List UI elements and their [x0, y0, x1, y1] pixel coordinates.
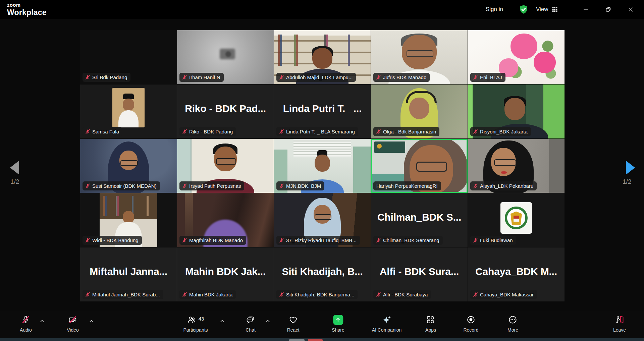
- mic-muted-icon: [21, 315, 31, 324]
- mic-muted-icon: [182, 292, 187, 297]
- participants-options-chevron[interactable]: [220, 319, 225, 324]
- participant-tile[interactable]: Mahin BDK Jak... Mahin BDK Jakarta: [177, 247, 274, 301]
- participant-name: Chilman_BDK Semarang: [383, 237, 439, 243]
- record-label: Record: [463, 327, 478, 333]
- participant-name: Linda Putri T. _ BLA Semarang: [286, 129, 355, 134]
- minimize-button[interactable]: [580, 4, 591, 15]
- participant-tile[interactable]: Irsyad Fatih Perpusnas: [177, 139, 274, 193]
- leave-button[interactable]: Leave: [613, 315, 626, 333]
- brand-zoom: zoom: [7, 2, 47, 8]
- mic-muted-icon: [182, 237, 187, 243]
- close-button[interactable]: [625, 4, 636, 15]
- titlebar: zoom Workplace Sign in View: [0, 0, 644, 19]
- participant-tile[interactable]: Chilman_BDK S... Chilman_BDK Semarang: [371, 193, 468, 247]
- participant-nametag: Abdulloh Majid_LDK Lampu...: [276, 73, 356, 82]
- react-button[interactable]: React: [287, 315, 300, 333]
- ai-companion-button[interactable]: AI Companion: [372, 315, 402, 333]
- apps-button[interactable]: Apps: [425, 315, 436, 333]
- more-button[interactable]: More: [507, 315, 518, 333]
- participant-tile[interactable]: Susi Samosir (BDK MEDAN): [80, 139, 177, 193]
- ai-companion-label: AI Companion: [372, 327, 402, 333]
- participant-name: Jufris BDK Manado: [383, 74, 426, 80]
- participant-tile[interactable]: Sri Bdk Padang: [80, 30, 177, 84]
- participant-tile[interactable]: Riko - BDK Pad... Riko - BDK Padang: [177, 84, 274, 138]
- next-page-arrow[interactable]: [626, 161, 635, 175]
- mic-muted-icon: [182, 183, 187, 189]
- participant-nametag: Alfi - BDK Surabaya: [373, 290, 431, 299]
- gallery-grid-icon: [551, 6, 558, 13]
- participant-tile[interactable]: MJN.BDK. BJM: [274, 139, 371, 193]
- page-indicator-right: 1/2: [623, 178, 631, 185]
- view-button[interactable]: View: [536, 0, 558, 19]
- video-decor: [501, 171, 507, 174]
- participant-tile[interactable]: Luki Budiawan: [468, 193, 565, 247]
- previous-page-arrow[interactable]: [10, 161, 19, 175]
- participant-nametag: Luki Budiawan: [470, 236, 516, 245]
- participant-nametag: Magfhirah BDK Manado: [179, 236, 246, 245]
- participant-nametag: Irham Hanif N: [179, 73, 224, 82]
- sign-in-button[interactable]: Sign in: [486, 0, 503, 19]
- participant-name: Hariyah PerpusKemenagRI: [376, 183, 438, 189]
- participant-tile[interactable]: Abdulloh Majid_LDK Lampu...: [274, 30, 371, 84]
- participant-tile[interactable]: Olga - Bdk Banjarmasin: [371, 84, 468, 138]
- security-shield-icon[interactable]: [519, 4, 529, 14]
- mic-muted-icon: [279, 237, 284, 243]
- react-label: React: [287, 327, 300, 333]
- taskbar-item[interactable]: [308, 339, 323, 341]
- chat-label: Chat: [246, 327, 256, 333]
- participants-button[interactable]: 43 Participants: [183, 315, 208, 333]
- participant-tile[interactable]: Samsa Fala: [80, 84, 177, 138]
- logo-emblem: [514, 216, 519, 222]
- participant-tile[interactable]: Risyoni_BDK Jakarta: [468, 84, 565, 138]
- participant-tile-active-speaker[interactable]: Hariyah PerpusKemenagRI: [371, 139, 468, 193]
- participant-tile[interactable]: Aisyah_LDK Pekanbaru: [468, 139, 565, 193]
- share-screen-icon: [333, 315, 343, 325]
- participant-tile[interactable]: Alfi - BDK Sura... Alfi - BDK Surabaya: [371, 247, 468, 301]
- participant-name: Eni_BLAJ: [480, 74, 502, 80]
- person-glasses: [407, 50, 433, 57]
- participant-tile[interactable]: Magfhirah BDK Manado: [177, 193, 274, 247]
- participant-name: Aisyah_LDK Pekanbaru: [480, 183, 533, 189]
- mic-muted-icon: [85, 74, 91, 80]
- person-head: [123, 99, 134, 111]
- mic-muted-icon: [376, 129, 381, 134]
- participant-nametag: Chilman_BDK Semarang: [373, 236, 443, 245]
- close-icon: [628, 7, 633, 12]
- video-button[interactable]: Video: [67, 315, 79, 333]
- participant-tile[interactable]: Linda Putri T. _... Linda Putri T. _ BLA…: [274, 84, 371, 138]
- participant-tile[interactable]: Eni_BLAJ: [468, 30, 565, 84]
- audio-button[interactable]: Audio: [20, 315, 32, 333]
- participant-nametag: Sri Bdk Padang: [83, 73, 130, 82]
- windows-taskbar-edge: [0, 338, 644, 341]
- participant-tile[interactable]: Miftahul Janna... Miftahul Jannah_BDK Su…: [80, 247, 177, 301]
- ai-sparkle-icon: [382, 315, 392, 325]
- participant-tile[interactable]: Cahaya_BDK M... Cahaya_BDK Makassar: [468, 247, 565, 301]
- participant-tile[interactable]: Widi - BDK Bandung: [80, 193, 177, 247]
- person-glasses: [216, 158, 236, 165]
- participant-tile[interactable]: 37_Rizky Riyadu Taufiq_BMB...: [274, 193, 371, 247]
- video-options-chevron[interactable]: [89, 319, 94, 324]
- taskbar-item[interactable]: [289, 339, 305, 341]
- participant-nametag: Olga - Bdk Banjarmasin: [373, 127, 439, 136]
- mic-muted-icon: [376, 74, 381, 80]
- participant-name: Cahaya_BDK Makassar: [480, 292, 534, 297]
- person-glasses: [315, 214, 331, 220]
- chat-button[interactable]: Chat: [246, 315, 256, 333]
- restore-button[interactable]: [602, 4, 614, 15]
- chat-options-chevron[interactable]: [265, 319, 270, 324]
- share-button[interactable]: Share: [332, 315, 344, 333]
- mic-muted-icon: [279, 74, 284, 80]
- participant-tile[interactable]: Irham Hanif N: [177, 30, 274, 84]
- participant-name: Olga - Bdk Banjarmasin: [383, 129, 436, 134]
- participant-tile[interactable]: Siti Khadijah, B... Siti Khadijah, BDK B…: [274, 247, 371, 301]
- participant-nametag: Miftahul Jannah_BDK Surab...: [83, 290, 163, 299]
- audio-options-chevron[interactable]: [40, 319, 45, 324]
- participant-nametag: Eni_BLAJ: [470, 73, 505, 82]
- participant-tile[interactable]: Jufris BDK Manado: [371, 30, 468, 84]
- record-icon: [466, 315, 475, 324]
- record-button[interactable]: Record: [463, 315, 478, 333]
- zoom-meeting-window: zoom Workplace Sign in View 1/2 1/2 Sri …: [0, 0, 644, 341]
- participant-nametag: Cahaya_BDK Makassar: [470, 290, 537, 299]
- person-head: [315, 155, 330, 172]
- person-head: [123, 211, 134, 223]
